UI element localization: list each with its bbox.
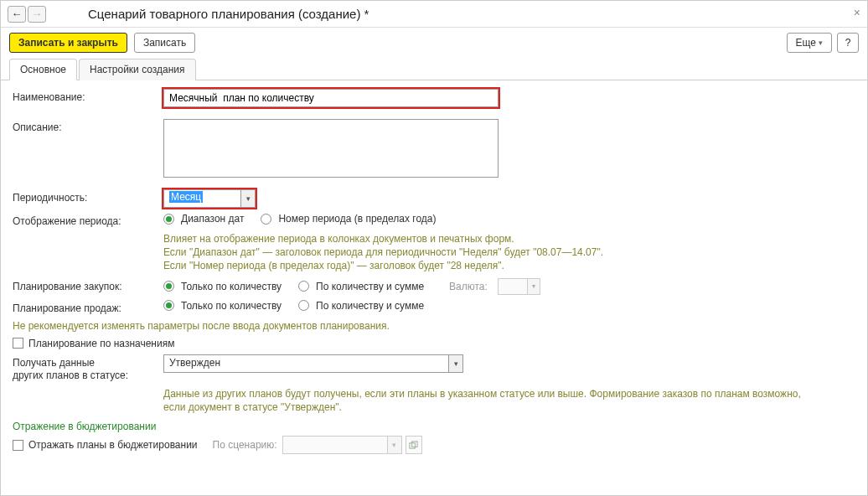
status-value: Утвержден (163, 354, 448, 373)
radio-period-number[interactable] (261, 214, 271, 225)
plan-by-purpose-checkbox[interactable] (13, 338, 23, 349)
reflect-budget-label: Отражать планы в бюджетировании (28, 439, 198, 451)
save-button[interactable]: Записать (134, 33, 195, 53)
chevron-down-icon: ▾ (387, 436, 402, 454)
tabs: Основное Настройки создания (1, 58, 867, 80)
description-textarea[interactable] (163, 119, 499, 178)
radio-purch-sum[interactable] (298, 281, 309, 292)
save-and-close-button[interactable]: Записать и закрыть (9, 33, 127, 53)
tab-settings[interactable]: Настройки создания (79, 59, 196, 80)
reflect-budget-checkbox[interactable] (13, 440, 23, 451)
status-select[interactable]: Утвержден ▾ (163, 354, 463, 373)
currency-select: ▾ (498, 278, 540, 295)
period-hint: Влияет на отображение периода в колонках… (163, 232, 855, 273)
plan-sales-label: Планирование продаж: (13, 300, 163, 314)
radio-period-number-label: Номер периода (в пределах года) (278, 213, 436, 225)
radio-purch-sum-label: По количеству и сумме (316, 281, 424, 292)
plan-by-purpose-label: Планирование по назначениям (28, 338, 174, 349)
radio-sales-qty-label: Только по количеству (181, 300, 282, 312)
periodicity-select[interactable]: Месяц ▾ (163, 189, 256, 208)
titlebar: ← → Сценарий товарного планирования (соз… (1, 1, 867, 28)
radio-date-range-label: Диапазон дат (181, 213, 244, 225)
scenario-select: ▾ (282, 436, 402, 454)
back-button[interactable]: ← (8, 6, 26, 23)
by-scenario-label: По сценарию: (213, 439, 277, 451)
close-icon[interactable]: × (854, 6, 860, 19)
periodicity-label: Периодичность: (13, 189, 163, 204)
budget-section-title: Отражение в бюджетировании (13, 421, 855, 432)
plan-purchases-label: Планирование закупок: (13, 278, 163, 292)
status-hint: Данные из других планов будут получены, … (163, 387, 855, 414)
radio-date-range[interactable] (163, 214, 174, 225)
page-title: Сценарий товарного планирования (создани… (88, 7, 369, 21)
chevron-down-icon[interactable]: ▾ (240, 189, 256, 208)
receive-data-label: Получать данные других планов в статусе: (13, 354, 163, 382)
form-body: Наименование: Описание: Периодичность: М… (1, 80, 867, 468)
radio-sales-sum-label: По количеству и сумме (316, 300, 424, 312)
description-label: Описание: (13, 119, 163, 133)
radio-sales-qty[interactable] (163, 300, 174, 311)
radio-sales-sum[interactable] (298, 300, 309, 311)
chevron-down-icon: ▾ (527, 278, 540, 295)
open-icon (409, 441, 418, 450)
tab-main[interactable]: Основное (9, 59, 77, 80)
name-input[interactable] (163, 89, 499, 107)
periodicity-value: Месяц (169, 191, 203, 203)
forward-button[interactable]: → (28, 6, 46, 23)
currency-label: Валюта: (449, 281, 488, 292)
name-label: Наименование: (13, 89, 163, 103)
more-button[interactable]: Еще (787, 33, 832, 53)
chevron-down-icon[interactable]: ▾ (448, 354, 463, 373)
params-warning: Не рекомендуется изменять параметры посл… (13, 319, 855, 333)
help-button[interactable]: ? (837, 33, 859, 53)
radio-purch-qty-label: Только по количеству (181, 281, 282, 292)
radio-purch-qty[interactable] (163, 281, 174, 292)
period-display-label: Отображение периода: (13, 213, 163, 227)
nav-buttons: ← → (8, 6, 46, 23)
open-scenario-button (406, 436, 422, 454)
toolbar: Записать и закрыть Записать Еще ? (1, 28, 867, 58)
